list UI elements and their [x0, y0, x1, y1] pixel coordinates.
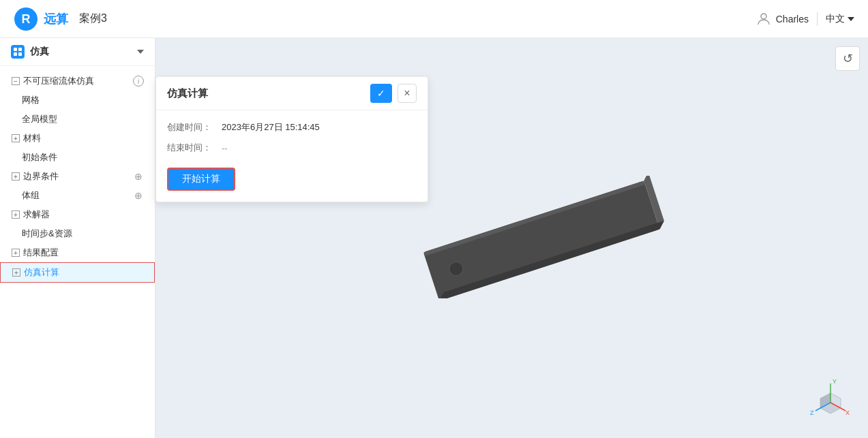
sidebar-header-icon: [11, 45, 25, 59]
svg-text:Z: Z: [810, 409, 814, 416]
expand-box: +: [12, 172, 20, 181]
sidebar-item-label: 不可压缩流体仿真: [23, 75, 130, 87]
sidebar-item-label: 边界条件: [23, 170, 130, 183]
sidebar-item-mesh[interactable]: 网格: [0, 91, 155, 110]
user-name: Charles: [776, 14, 809, 25]
sidebar-title: 仿真: [30, 46, 132, 58]
sidebar-item-label: 材料: [23, 132, 144, 144]
sidebar-item-label: 体组: [22, 189, 130, 202]
header-right: Charles 中文: [755, 11, 854, 27]
sidebar-header: 仿真: [0, 38, 155, 66]
expand-icon: −: [11, 76, 20, 86]
3d-object: [411, 176, 684, 301]
sidebar-item-label: 全局模型: [22, 113, 144, 125]
sidebar-item-volume[interactable]: 体组 ⊕: [0, 186, 155, 205]
sidebar-item-result-config[interactable]: + 结果配置: [0, 243, 155, 262]
end-time-label: 结束时间：: [167, 142, 222, 154]
close-icon: ×: [404, 87, 410, 99]
user-icon: [755, 11, 772, 27]
user-area[interactable]: Charles: [755, 11, 809, 27]
sidebar-item-solver[interactable]: + 求解器: [0, 205, 155, 224]
created-time-label: 创建时间：: [167, 121, 222, 134]
sidebar-item-time-resource[interactable]: 时间步&资源: [0, 224, 155, 243]
info-icon[interactable]: i: [133, 76, 144, 87]
sidebar-item-label: 网格: [22, 94, 144, 106]
3d-object-svg: [411, 176, 684, 298]
sidebar-collapse-icon[interactable]: [137, 50, 144, 54]
expand-icon: +: [12, 268, 21, 277]
sidebar-item-global-model[interactable]: 全局模型: [0, 110, 155, 129]
main-layout: 仿真 − 不可压缩流体仿真 i 网格 全局模型: [0, 38, 868, 438]
sidebar-item-label: 初始条件: [22, 151, 144, 163]
axis-svg: Y Z X: [807, 377, 854, 424]
logo-area: R 远算: [14, 7, 68, 31]
svg-text:X: X: [845, 409, 850, 416]
svg-point-2: [761, 14, 766, 19]
start-compute-button[interactable]: 开始计算: [167, 168, 235, 191]
sidebar-item-sim-compute[interactable]: + 仿真计算: [0, 262, 155, 283]
sidebar-content: − 不可压缩流体仿真 i 网格 全局模型 + 材料 初: [0, 66, 155, 438]
logo-text: 远算: [44, 11, 68, 27]
expand-box: +: [12, 249, 20, 257]
expand-icon: +: [11, 172, 20, 181]
header-divider: [817, 12, 818, 26]
confirm-icon: ✓: [377, 88, 385, 99]
svg-rect-5: [14, 52, 17, 56]
svg-text:Y: Y: [833, 378, 837, 385]
created-time-value: 2023年6月27日 15:14:45: [222, 121, 320, 134]
expand-icon: +: [11, 248, 20, 257]
end-time-row: 结束时间： --: [167, 142, 417, 154]
add-icon[interactable]: ⊕: [133, 171, 144, 182]
logo-icon: R: [14, 7, 38, 31]
header: R 远算 案例3 Charles 中文: [0, 0, 868, 38]
lang-text: 中文: [826, 13, 845, 25]
sidebar-item-material[interactable]: + 材料: [0, 129, 155, 148]
popup-title: 仿真计算: [167, 87, 365, 100]
end-time-value: --: [222, 143, 228, 153]
popup-close-button[interactable]: ×: [398, 84, 417, 103]
sidebar-item-label: 时间步&资源: [22, 228, 144, 240]
sidebar: 仿真 − 不可压缩流体仿真 i 网格 全局模型: [0, 38, 155, 438]
simulation-popup: 仿真计算 ✓ × 创建时间： 2023年6月27日 15:14:45 结束时间：…: [155, 76, 428, 202]
sidebar-item-boundary-condition[interactable]: + 边界条件 ⊕: [0, 167, 155, 186]
add-icon[interactable]: ⊕: [133, 190, 144, 201]
svg-text:R: R: [22, 12, 31, 26]
popup-body: 创建时间： 2023年6月27日 15:14:45 结束时间： -- 开始计算: [156, 110, 428, 202]
popup-confirm-button[interactable]: ✓: [370, 84, 392, 103]
expand-box: +: [12, 210, 20, 219]
popup-header: 仿真计算 ✓ ×: [156, 77, 428, 110]
reset-icon: ↺: [843, 51, 853, 66]
sidebar-item-label: 结果配置: [23, 247, 144, 259]
sidebar-item-initial-condition[interactable]: 初始条件: [0, 148, 155, 167]
svg-rect-3: [14, 48, 17, 51]
sidebar-item-label: 求解器: [23, 208, 144, 221]
expand-box: +: [12, 134, 20, 142]
case-title: 案例3: [79, 12, 107, 26]
expand-icon: +: [11, 210, 20, 219]
chevron-down-icon: [848, 17, 854, 21]
sidebar-item-incompressible[interactable]: − 不可压缩流体仿真 i: [0, 72, 155, 91]
axis-indicator: Y Z X: [807, 377, 854, 424]
svg-rect-4: [18, 48, 22, 51]
svg-rect-6: [18, 52, 22, 56]
expand-icon: +: [11, 134, 20, 143]
expand-box: −: [12, 77, 20, 85]
reset-button[interactable]: ↺: [835, 46, 860, 71]
created-time-row: 创建时间： 2023年6月27日 15:14:45: [167, 121, 417, 134]
sidebar-item-label: 仿真计算: [24, 266, 143, 279]
lang-selector[interactable]: 中文: [826, 13, 854, 25]
expand-box: +: [12, 268, 20, 277]
